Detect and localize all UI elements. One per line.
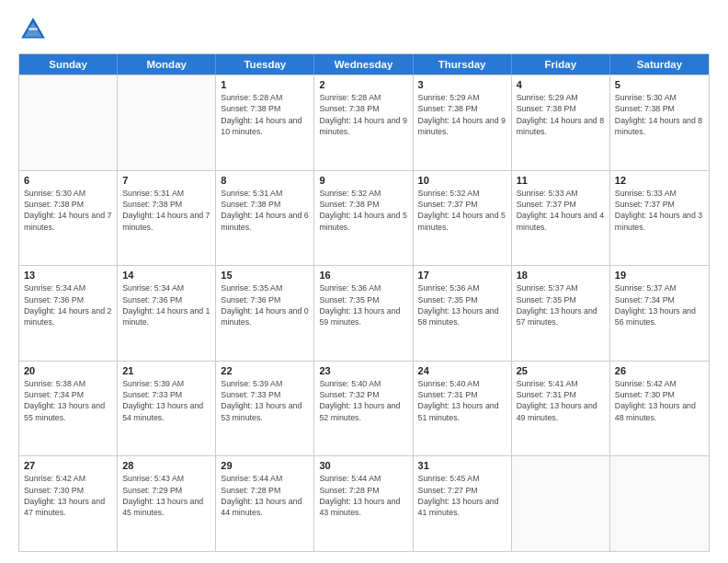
cell-info: Sunrise: 5:44 AM Sunset: 7:28 PM Dayligh… bbox=[319, 473, 407, 518]
cal-cell: 30Sunrise: 5:44 AM Sunset: 7:28 PM Dayli… bbox=[314, 456, 413, 551]
cal-header-monday: Monday bbox=[118, 54, 216, 75]
cal-cell: 10Sunrise: 5:32 AM Sunset: 7:37 PM Dayli… bbox=[414, 171, 512, 266]
cal-cell: 20Sunrise: 5:38 AM Sunset: 7:34 PM Dayli… bbox=[19, 362, 118, 456]
cell-info: Sunrise: 5:35 AM Sunset: 7:36 PM Dayligh… bbox=[221, 282, 309, 327]
cell-info: Sunrise: 5:31 AM Sunset: 7:38 PM Dayligh… bbox=[221, 188, 309, 233]
cell-day-number: 25 bbox=[517, 365, 605, 376]
cal-cell: 2Sunrise: 5:28 AM Sunset: 7:38 PM Daylig… bbox=[314, 75, 413, 170]
cal-cell: 21Sunrise: 5:39 AM Sunset: 7:33 PM Dayli… bbox=[118, 362, 216, 456]
svg-rect-2 bbox=[28, 28, 38, 29]
cal-cell: 19Sunrise: 5:37 AM Sunset: 7:34 PM Dayli… bbox=[610, 266, 709, 361]
cell-day-number: 4 bbox=[517, 79, 605, 90]
cal-cell bbox=[19, 75, 118, 170]
cell-day-number: 28 bbox=[122, 460, 210, 471]
cal-cell: 1Sunrise: 5:28 AM Sunset: 7:38 PM Daylig… bbox=[216, 75, 314, 170]
cell-info: Sunrise: 5:45 AM Sunset: 7:27 PM Dayligh… bbox=[418, 473, 506, 518]
cell-day-number: 8 bbox=[221, 175, 309, 186]
cell-info: Sunrise: 5:32 AM Sunset: 7:37 PM Dayligh… bbox=[418, 188, 506, 233]
cell-info: Sunrise: 5:31 AM Sunset: 7:38 PM Dayligh… bbox=[122, 188, 210, 233]
calendar: SundayMondayTuesdayWednesdayThursdayFrid… bbox=[18, 53, 710, 552]
cell-info: Sunrise: 5:28 AM Sunset: 7:38 PM Dayligh… bbox=[221, 92, 309, 137]
cal-cell: 5Sunrise: 5:30 AM Sunset: 7:38 PM Daylig… bbox=[610, 75, 709, 170]
cell-day-number: 13 bbox=[24, 270, 112, 281]
cell-day-number: 31 bbox=[418, 460, 506, 471]
cell-day-number: 29 bbox=[221, 460, 309, 471]
cal-week-4: 27Sunrise: 5:42 AM Sunset: 7:30 PM Dayli… bbox=[19, 455, 709, 551]
cal-week-0: 1Sunrise: 5:28 AM Sunset: 7:38 PM Daylig… bbox=[19, 75, 709, 170]
cell-info: Sunrise: 5:33 AM Sunset: 7:37 PM Dayligh… bbox=[615, 188, 704, 233]
cell-day-number: 10 bbox=[418, 175, 506, 186]
cell-info: Sunrise: 5:39 AM Sunset: 7:33 PM Dayligh… bbox=[122, 378, 210, 423]
cell-info: Sunrise: 5:32 AM Sunset: 7:38 PM Dayligh… bbox=[319, 188, 407, 233]
cell-info: Sunrise: 5:37 AM Sunset: 7:35 PM Dayligh… bbox=[517, 282, 605, 327]
cal-header-sunday: Sunday bbox=[19, 54, 118, 75]
cal-cell: 6Sunrise: 5:30 AM Sunset: 7:38 PM Daylig… bbox=[19, 171, 118, 266]
cell-day-number: 2 bbox=[319, 79, 407, 90]
cal-cell: 15Sunrise: 5:35 AM Sunset: 7:36 PM Dayli… bbox=[216, 266, 314, 361]
cell-day-number: 9 bbox=[319, 175, 407, 186]
cell-info: Sunrise: 5:33 AM Sunset: 7:37 PM Dayligh… bbox=[517, 188, 605, 233]
cal-cell: 22Sunrise: 5:39 AM Sunset: 7:33 PM Dayli… bbox=[216, 362, 314, 456]
cell-day-number: 19 bbox=[615, 270, 704, 281]
cell-day-number: 5 bbox=[615, 79, 704, 90]
cell-info: Sunrise: 5:40 AM Sunset: 7:31 PM Dayligh… bbox=[418, 378, 506, 423]
cal-cell: 17Sunrise: 5:36 AM Sunset: 7:35 PM Dayli… bbox=[414, 266, 512, 361]
cell-info: Sunrise: 5:43 AM Sunset: 7:29 PM Dayligh… bbox=[122, 473, 210, 518]
cell-day-number: 14 bbox=[122, 270, 210, 281]
cal-cell: 23Sunrise: 5:40 AM Sunset: 7:32 PM Dayli… bbox=[314, 362, 413, 456]
header bbox=[18, 15, 710, 44]
logo bbox=[18, 15, 51, 44]
cell-day-number: 16 bbox=[319, 270, 407, 281]
cell-day-number: 7 bbox=[122, 175, 210, 186]
cell-day-number: 26 bbox=[615, 365, 704, 376]
cal-cell: 3Sunrise: 5:29 AM Sunset: 7:38 PM Daylig… bbox=[414, 75, 512, 170]
cal-cell bbox=[610, 456, 709, 551]
cell-info: Sunrise: 5:41 AM Sunset: 7:31 PM Dayligh… bbox=[517, 378, 605, 423]
cal-cell: 8Sunrise: 5:31 AM Sunset: 7:38 PM Daylig… bbox=[216, 171, 314, 266]
cell-day-number: 11 bbox=[517, 175, 605, 186]
logo-icon bbox=[18, 15, 48, 44]
cell-info: Sunrise: 5:30 AM Sunset: 7:38 PM Dayligh… bbox=[24, 188, 112, 233]
cal-cell: 4Sunrise: 5:29 AM Sunset: 7:38 PM Daylig… bbox=[512, 75, 610, 170]
cell-day-number: 30 bbox=[319, 460, 407, 471]
cal-header-saturday: Saturday bbox=[610, 54, 709, 75]
cell-day-number: 6 bbox=[24, 175, 112, 186]
cal-cell bbox=[118, 75, 216, 170]
cell-day-number: 17 bbox=[418, 270, 506, 281]
cal-cell: 18Sunrise: 5:37 AM Sunset: 7:35 PM Dayli… bbox=[512, 266, 610, 361]
cell-info: Sunrise: 5:29 AM Sunset: 7:38 PM Dayligh… bbox=[418, 92, 506, 137]
cell-info: Sunrise: 5:42 AM Sunset: 7:30 PM Dayligh… bbox=[615, 378, 704, 423]
calendar-body: 1Sunrise: 5:28 AM Sunset: 7:38 PM Daylig… bbox=[19, 75, 709, 551]
cal-cell: 11Sunrise: 5:33 AM Sunset: 7:37 PM Dayli… bbox=[512, 171, 610, 266]
cell-day-number: 22 bbox=[221, 365, 309, 376]
cell-info: Sunrise: 5:40 AM Sunset: 7:32 PM Dayligh… bbox=[319, 378, 407, 423]
cal-cell: 16Sunrise: 5:36 AM Sunset: 7:35 PM Dayli… bbox=[314, 266, 413, 361]
calendar-header-row: SundayMondayTuesdayWednesdayThursdayFrid… bbox=[19, 54, 709, 75]
cal-cell: 24Sunrise: 5:40 AM Sunset: 7:31 PM Dayli… bbox=[414, 362, 512, 456]
cal-cell: 25Sunrise: 5:41 AM Sunset: 7:31 PM Dayli… bbox=[512, 362, 610, 456]
cell-info: Sunrise: 5:36 AM Sunset: 7:35 PM Dayligh… bbox=[418, 282, 506, 327]
cal-week-1: 6Sunrise: 5:30 AM Sunset: 7:38 PM Daylig… bbox=[19, 170, 709, 266]
cell-info: Sunrise: 5:34 AM Sunset: 7:36 PM Dayligh… bbox=[122, 282, 210, 327]
cal-cell: 12Sunrise: 5:33 AM Sunset: 7:37 PM Dayli… bbox=[610, 171, 709, 266]
cal-header-friday: Friday bbox=[512, 54, 610, 75]
cell-day-number: 1 bbox=[221, 79, 309, 90]
cal-header-tuesday: Tuesday bbox=[216, 54, 314, 75]
cell-day-number: 24 bbox=[418, 365, 506, 376]
cal-cell: 13Sunrise: 5:34 AM Sunset: 7:36 PM Dayli… bbox=[19, 266, 118, 361]
cal-cell: 28Sunrise: 5:43 AM Sunset: 7:29 PM Dayli… bbox=[118, 456, 216, 551]
cal-cell: 29Sunrise: 5:44 AM Sunset: 7:28 PM Dayli… bbox=[216, 456, 314, 551]
cell-info: Sunrise: 5:36 AM Sunset: 7:35 PM Dayligh… bbox=[319, 282, 407, 327]
cal-week-3: 20Sunrise: 5:38 AM Sunset: 7:34 PM Dayli… bbox=[19, 361, 709, 456]
cal-cell: 31Sunrise: 5:45 AM Sunset: 7:27 PM Dayli… bbox=[414, 456, 512, 551]
cell-info: Sunrise: 5:39 AM Sunset: 7:33 PM Dayligh… bbox=[221, 378, 309, 423]
cal-cell: 26Sunrise: 5:42 AM Sunset: 7:30 PM Dayli… bbox=[610, 362, 709, 456]
cell-day-number: 18 bbox=[517, 270, 605, 281]
cell-info: Sunrise: 5:38 AM Sunset: 7:34 PM Dayligh… bbox=[24, 378, 112, 423]
cell-day-number: 27 bbox=[24, 460, 112, 471]
cell-info: Sunrise: 5:44 AM Sunset: 7:28 PM Dayligh… bbox=[221, 473, 309, 518]
cell-day-number: 20 bbox=[24, 365, 112, 376]
cell-day-number: 15 bbox=[221, 270, 309, 281]
cal-cell bbox=[512, 456, 610, 551]
page: SundayMondayTuesdayWednesdayThursdayFrid… bbox=[0, 0, 728, 563]
